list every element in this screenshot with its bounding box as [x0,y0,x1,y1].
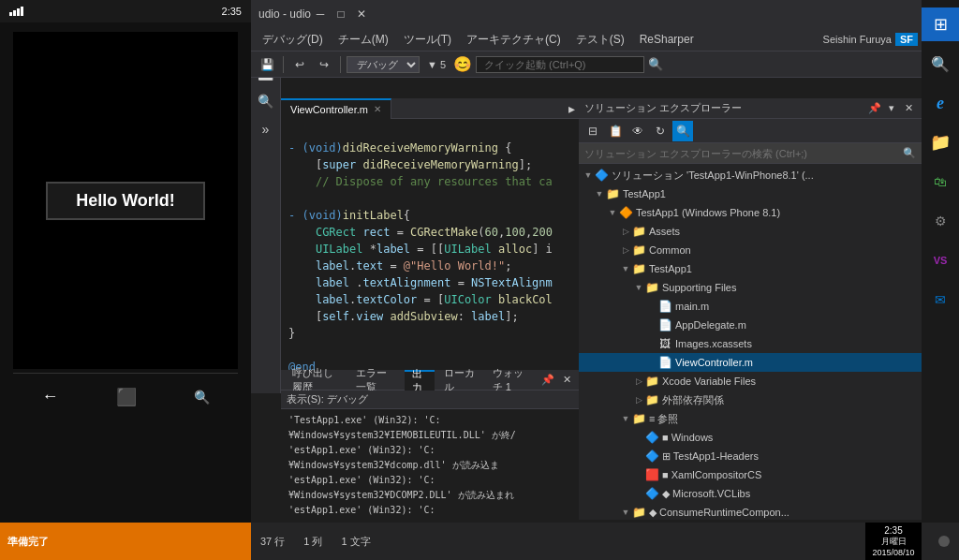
sol-search-input[interactable] [584,148,903,159]
output-line: 'estApp1.exe' (Win32): 'C:¥Windows¥syste… [288,473,571,503]
editor-tab-bar: ViewController.m ✕ ▸ [281,98,579,119]
sol-toolbar: ⊟ 📋 👁 ↻ 🔍 [579,119,922,143]
tree-chevron: ▼ [620,413,631,424]
tree-item[interactable]: 🖼Images.xcassets [579,334,922,353]
statusbar-col: 1 列 [303,535,322,549]
menu-resharper[interactable]: ReSharper [632,31,701,48]
close-button[interactable]: ✕ [352,5,371,23]
phone-back-btn[interactable]: ← [42,387,59,406]
tree-item[interactable]: ▼🔷ソリューション 'TestApp1-WinPhone8.1' (... [579,166,922,184]
sol-close-btn[interactable]: ✕ [901,101,916,116]
tree-file-icon: 🔶 [618,205,633,220]
maximize-button[interactable]: □ [332,5,350,23]
quick-launch-input[interactable] [476,56,644,73]
output-tab-errors[interactable]: エラー一覧 [348,370,403,391]
menu-test[interactable]: テスト(S) [568,30,632,50]
tree-chevron: ▷ [633,394,644,405]
sol-tree: ▼🔷ソリューション 'TestApp1-WinPhone8.1' (...▼📁T… [579,164,922,520]
phone-home-btn[interactable]: ⬛ [116,387,137,407]
output-tab-watch[interactable]: ウォッチ 1 [485,370,538,391]
store-icon[interactable]: 🛍 [923,165,957,199]
menu-architecture[interactable]: アーキテクチャ(C) [459,30,568,50]
outlook-icon[interactable]: ✉ [923,283,957,317]
editor-tab-label: ViewController.m [290,104,368,115]
edge-icon[interactable]: e [923,86,957,120]
tree-item[interactable]: 🔷◆ Microsoft.VCLibs [579,484,922,503]
output-line: 'estApp1.exe' (Win32): 'C:¥Windows¥syste… [288,443,571,473]
user-name: Seishin Furuya [823,34,892,45]
tree-item[interactable]: 📄ViewController.m [579,353,922,372]
toolbar-more-btn[interactable]: » [253,116,279,142]
menu-tools[interactable]: ツール(T) [396,30,459,50]
code-content[interactable]: - (void)didReceiveMemoryWarning { [super… [281,119,579,370]
tree-item-label: TestApp1 [623,188,666,199]
debug-config-select[interactable]: デバッグ [347,56,420,73]
tree-item[interactable]: ▷📁外部依存関係 [579,391,922,409]
sol-dropdown-btn[interactable]: ▾ [884,101,899,116]
vs-icon[interactable]: VS [923,243,957,277]
tree-item[interactable]: ▼📁≡ 参照 [579,409,922,428]
statusbar-row: 37 行 [260,535,285,549]
code-editor: ViewController.m ✕ ▸ - (void)didReceiveM… [281,98,579,370]
toolbar-zoom-btn[interactable]: 🔍 [253,88,279,114]
tree-item-label: TestApp1 [649,263,692,274]
editor-scroll-right[interactable]: ▸ [565,101,579,116]
redo-btn[interactable]: ↪ [314,54,334,75]
sol-collapse-btn[interactable]: ⊟ [583,121,603,141]
tree-item[interactable]: 🔷■ Windows [579,428,922,447]
menu-team[interactable]: チーム(M) [331,30,396,50]
tree-item[interactable]: ▼📁TestApp1 [579,184,922,203]
user-avatar[interactable]: SF [895,33,918,46]
phone-search-btn[interactable]: 🔍 [194,390,210,405]
tree-file-icon: 🔷 [644,449,659,464]
sol-pin-btn[interactable]: 📌 [867,101,882,116]
tree-item-label: Common [649,244,691,256]
output-tab-locals[interactable]: ローカル [436,370,482,391]
output-panel-pin[interactable]: 📌 [539,372,556,389]
tree-chevron: ▷ [620,244,631,256]
output-panel-close[interactable]: ✕ [558,372,575,389]
tree-item[interactable]: 📄AppDelegate.m [579,316,922,334]
editor-tab-close[interactable]: ✕ [374,104,381,114]
tree-item[interactable]: 🟥■ XamlCompositorCS [579,465,922,484]
undo-btn[interactable]: ↩ [289,54,310,75]
search-button[interactable]: 🔍 [923,47,957,81]
tree-item[interactable]: ▼📁◆ ConsumeRuntimeCompon... [579,503,922,520]
minimize-button[interactable]: ─ [311,5,330,23]
tree-item-label: AppDelegate.m [675,319,746,331]
file-explorer-icon[interactable]: 📁 [923,125,957,159]
tree-item-label: ⊞ TestApp1-Headers [662,450,759,463]
quick-launch-search-icon: 🔍 [648,57,663,71]
tree-chevron: ▼ [620,507,631,518]
sol-title-text: ソリューション エクスプローラー [584,101,867,115]
editor-tab-viewcontroller[interactable]: ViewController.m ✕ [281,98,391,119]
statusbar-status: 準備完了 [0,523,251,560]
phone-signal [9,7,23,16]
output-show-bar: 表示(S): デバッグ [281,391,579,409]
sol-refresh-btn[interactable]: ↻ [650,121,671,141]
output-tab-output[interactable]: 出力 [405,370,435,391]
menu-debug[interactable]: デバッグ(D) [255,30,331,50]
tree-file-icon: 🔷 [644,430,659,445]
tree-item[interactable]: ▼🔶TestApp1 (Windows Phone 8.1) [579,203,922,222]
tree-item[interactable]: ▷📁Assets [579,222,922,241]
save-btn[interactable]: 💾 [257,54,277,75]
tree-file-icon: 📄 [657,299,672,314]
tree-item[interactable]: 📄main.m [579,297,922,316]
vs-titlebar: udio - udio ─ □ ✕ [251,0,922,28]
tree-file-icon: 📁 [631,505,646,520]
sol-showall-btn[interactable]: 👁 [627,121,648,141]
tree-chevron: ▷ [633,376,644,387]
tree-item[interactable]: ▷📁Xcode Variable Files [579,372,922,391]
start-button[interactable]: ⊞ [922,7,959,41]
tree-item[interactable]: ▷📁Common [579,241,922,259]
sol-properties-btn[interactable]: 📋 [605,121,626,141]
settings-icon[interactable]: ⚙ [923,204,957,238]
tree-item[interactable]: 🔷⊞ TestApp1-Headers [579,447,922,465]
tree-item[interactable]: ▼📁TestApp1 [579,259,922,278]
output-tab-callstack[interactable]: 呼び出し履歴 [285,370,347,391]
sol-search-btn[interactable]: 🔍 [672,121,693,141]
tree-item[interactable]: ▼📁Supporting Files [579,278,922,297]
clock-date: 月曜日 [881,536,907,548]
tree-file-icon: 📁 [644,374,659,389]
